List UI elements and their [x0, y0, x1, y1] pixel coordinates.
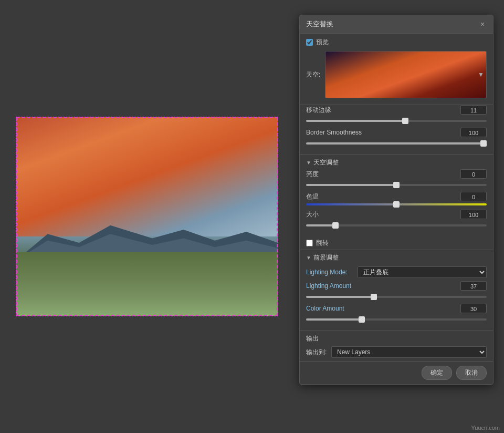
- sky-selector-row: 天空: ▼: [306, 51, 487, 98]
- lighting-mode-dropdown[interactable]: 正片叠底 屏幕 正常 叠加: [358, 266, 487, 278]
- lighting-amount-row: Lighting Amount 37: [306, 281, 487, 300]
- cancel-button[interactable]: 取消: [456, 366, 487, 380]
- size-slider[interactable]: [306, 224, 487, 226]
- color-temp-row: 色温 0: [306, 192, 487, 205]
- color-amount-slider[interactable]: [306, 318, 487, 321]
- brightness-label: 亮度: [306, 170, 319, 179]
- sky-adjustment-section-header: ▼ 天空调整: [300, 154, 493, 169]
- sky-adjustment-arrow: ▼: [306, 160, 311, 166]
- canvas-area: [0, 0, 294, 433]
- sky-adjustment-label: 天空调整: [313, 158, 339, 167]
- flip-label[interactable]: 翻转: [316, 239, 329, 248]
- ok-button[interactable]: 确定: [422, 366, 452, 380]
- preview-label[interactable]: 预览: [316, 38, 329, 47]
- lighting-amount-slider[interactable]: [306, 296, 487, 298]
- foreground-adjustment-arrow: ▼: [306, 255, 311, 261]
- canvas-image-wrapper: [16, 117, 278, 316]
- sky-adjustment-sliders: 亮度 0 色温 0 大小 100: [300, 169, 493, 236]
- canvas-image: [16, 117, 278, 316]
- size-row: 大小 100: [306, 210, 487, 228]
- watermark: Yuucn.com: [471, 425, 500, 431]
- sky-replacement-dialog: 天空替换 × 预览 天空: ▼ 移动边缘 11: [299, 15, 494, 385]
- brightness-value: 0: [460, 169, 487, 179]
- move-edge-value: 11: [460, 105, 487, 115]
- color-temp-label: 色温: [306, 192, 319, 201]
- color-temp-value: 0: [460, 192, 487, 201]
- color-temp-thumb[interactable]: [393, 201, 400, 208]
- lighting-mode-label: Lighting Mode:: [306, 269, 353, 276]
- sky-dropdown-arrow: ▼: [478, 71, 484, 78]
- border-smoothness-label: Border Smoothness: [306, 129, 362, 136]
- output-to-label: 输出到:: [306, 348, 327, 357]
- sliders-section: 移动边缘 11 Border Smoothness 100: [300, 105, 493, 154]
- output-row: 输出到: New Layers Duplicate Layer Current …: [306, 346, 487, 358]
- border-smoothness-slider[interactable]: [306, 142, 487, 145]
- brightness-slider[interactable]: [306, 184, 487, 186]
- dialog-title: 天空替换: [306, 19, 333, 29]
- foreground-adjustment-label: 前景调整: [313, 253, 339, 262]
- dialog-titlebar: 天空替换 ×: [300, 15, 493, 34]
- foreground-adjustment-section-header: ▼ 前景调整: [300, 250, 493, 264]
- preview-section: 预览 天空: ▼: [300, 34, 493, 105]
- border-smoothness-row: Border Smoothness 100: [306, 128, 487, 146]
- color-amount-label: Color Amount: [306, 305, 344, 312]
- sky-label: 天空:: [306, 70, 321, 79]
- output-section: 输出 输出到: New Layers Duplicate Layer Curre…: [300, 331, 493, 361]
- color-amount-row: Color Amount 30: [306, 304, 487, 322]
- lighting-amount-label: Lighting Amount: [306, 282, 351, 290]
- border-smoothness-value: 100: [460, 128, 487, 137]
- color-amount-value: 30: [460, 304, 487, 313]
- dialog-footer: 确定 取消: [300, 361, 493, 384]
- preview-checkbox[interactable]: [306, 39, 313, 46]
- output-title: 输出: [306, 334, 487, 343]
- size-label: 大小: [306, 210, 319, 219]
- dialog-content: 预览 天空: ▼ 移动边缘 11: [300, 34, 493, 384]
- lighting-mode-row: Lighting Mode: 正片叠底 屏幕 正常 叠加: [300, 264, 493, 281]
- output-dropdown[interactable]: New Layers Duplicate Layer Current Layer: [331, 346, 487, 358]
- sky-thumbnail: [326, 51, 486, 98]
- preview-checkbox-row: 预览: [306, 38, 487, 47]
- size-value: 100: [460, 210, 487, 219]
- brightness-row: 亮度 0: [306, 169, 487, 188]
- lighting-amount-value: 37: [460, 281, 487, 291]
- sky-dropdown[interactable]: ▼: [325, 51, 487, 98]
- move-edge-row: 移动边缘 11: [306, 105, 487, 123]
- close-button[interactable]: ×: [478, 20, 487, 28]
- foreground-sliders: Lighting Amount 37 Color Amount 30: [300, 281, 493, 331]
- move-edge-label: 移动边缘: [306, 106, 331, 115]
- flip-checkbox[interactable]: [306, 240, 313, 246]
- foreground-layer: [16, 252, 278, 316]
- flip-row: 翻转: [300, 236, 493, 250]
- move-edge-slider[interactable]: [306, 120, 487, 122]
